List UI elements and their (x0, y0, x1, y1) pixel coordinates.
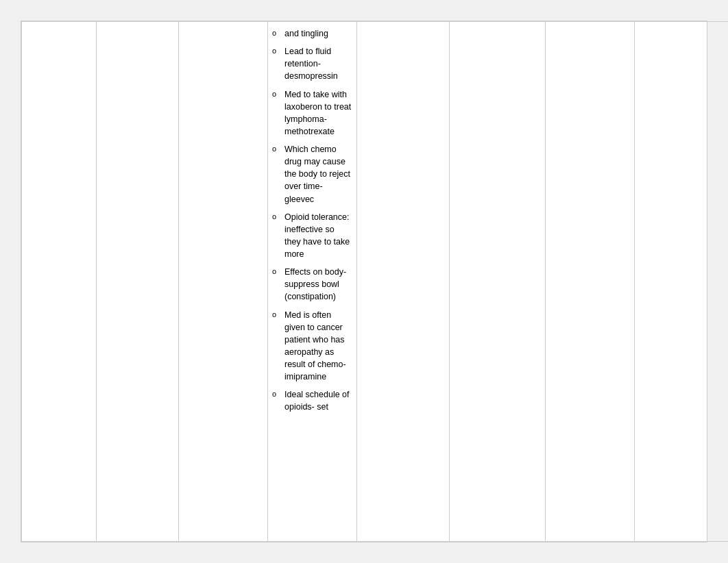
list-item: oand tingling (272, 27, 352, 40)
list-item: oIdeal schedule of opioids- set (272, 388, 352, 413)
list-item: oLead to fluid retention- desmopressin (272, 45, 352, 82)
grid-col-8 (635, 21, 728, 542)
grid-wrapper: oand tinglingoLead to fluid retention- d… (21, 21, 707, 542)
bullet-marker: o (272, 89, 283, 99)
grid-col-5 (357, 21, 450, 542)
list-item: oOpioid tolerance: ineffective so they h… (272, 211, 352, 261)
bullet-marker: o (272, 46, 283, 56)
grid-col-6 (450, 21, 546, 542)
bullet-marker: o (272, 310, 283, 320)
bullet-text-5: Effects on body- suppress bowl (constipa… (284, 266, 352, 303)
list-item: oMed is often given to cancer patient wh… (272, 309, 352, 384)
list-item: oMed to take with laxoberon to treat lym… (272, 88, 352, 138)
grid-col-7 (546, 21, 635, 542)
grid-col-3 (179, 21, 268, 542)
bullet-text-3: Which chemo drug may cause the body to r… (284, 143, 352, 205)
list-item: oEffects on body- suppress bowl (constip… (272, 266, 352, 303)
bullet-marker: o (272, 144, 283, 154)
list-item: oWhich chemo drug may cause the body to … (272, 143, 352, 205)
bullet-text-4: Opioid tolerance: ineffective so they ha… (284, 211, 352, 261)
page-container: oand tinglingoLead to fluid retention- d… (0, 0, 728, 563)
bullet-marker: o (272, 389, 283, 399)
bullet-list: oand tinglingoLead to fluid retention- d… (272, 27, 352, 414)
bullet-text-7: Ideal schedule of opioids- set (284, 388, 352, 413)
bullet-text-1: Lead to fluid retention- desmopressin (284, 45, 352, 82)
grid-col-1 (21, 21, 97, 542)
bullet-text-6: Med is often given to cancer patient who… (284, 309, 352, 384)
grid-col-4: oand tinglingoLead to fluid retention- d… (268, 21, 357, 542)
bullet-text-0: and tingling (284, 27, 352, 40)
grid-col-2 (97, 21, 179, 542)
bullet-marker: o (272, 266, 283, 277)
bullet-marker: o (272, 28, 283, 38)
bullet-marker: o (272, 212, 283, 222)
bullet-text-2: Med to take with laxoberon to treat lymp… (284, 88, 352, 138)
